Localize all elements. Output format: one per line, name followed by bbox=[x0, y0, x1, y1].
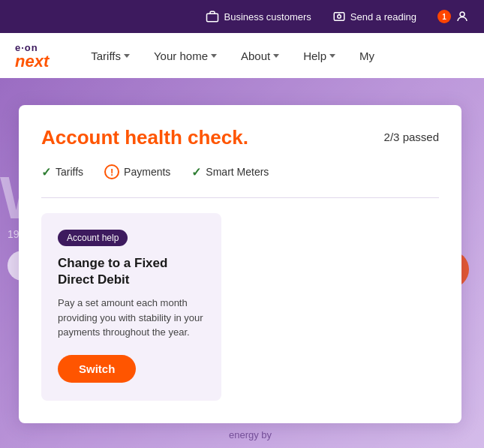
send-reading-label: Send a reading bbox=[350, 11, 416, 23]
about-label: About bbox=[241, 50, 270, 62]
svg-point-3 bbox=[460, 12, 464, 17]
nav-items: Tariffs Your home About Help My bbox=[79, 33, 469, 78]
modal-divider bbox=[41, 197, 439, 198]
health-check-modal: Account health check. 2/3 passed ✓ Tarif… bbox=[19, 105, 461, 423]
tariffs-chevron-icon bbox=[124, 54, 130, 58]
check-smart-meters-label: Smart Meters bbox=[206, 166, 269, 178]
switch-button[interactable]: Switch bbox=[58, 355, 136, 383]
nav-tariffs[interactable]: Tariffs bbox=[79, 33, 142, 78]
nav-help[interactable]: Help bbox=[291, 33, 347, 78]
modal-header: Account health check. 2/3 passed bbox=[41, 126, 439, 149]
nav-bar: e·on next Tariffs Your home About Help M… bbox=[0, 33, 484, 78]
check-tariffs: ✓ Tariffs bbox=[41, 165, 83, 179]
notification-badge: 1 bbox=[437, 10, 451, 23]
nav-about[interactable]: About bbox=[229, 33, 291, 78]
notification-area[interactable]: 1 bbox=[437, 10, 469, 23]
nav-your-home[interactable]: Your home bbox=[142, 33, 229, 78]
modal-passed: 2/3 passed bbox=[384, 126, 439, 143]
account-icon bbox=[455, 10, 469, 23]
send-reading-link[interactable]: Send a reading bbox=[332, 10, 416, 23]
business-customers-link[interactable]: Business customers bbox=[206, 10, 311, 23]
your-home-label: Your home bbox=[154, 50, 208, 62]
checks-row: ✓ Tariffs ! Payments ✓ Smart Meters bbox=[41, 164, 439, 179]
your-home-chevron-icon bbox=[211, 54, 217, 58]
help-chevron-icon bbox=[329, 54, 335, 58]
check-payments: ! Payments bbox=[104, 164, 170, 179]
check-smart-meters-icon: ✓ bbox=[191, 165, 201, 179]
check-tariffs-icon: ✓ bbox=[41, 165, 51, 179]
top-bar: Business customers Send a reading 1 bbox=[0, 0, 484, 33]
logo[interactable]: e·on next bbox=[15, 42, 49, 70]
check-smart-meters: ✓ Smart Meters bbox=[191, 165, 269, 179]
meter-icon bbox=[332, 10, 346, 23]
nav-my[interactable]: My bbox=[347, 33, 386, 78]
logo-next: next bbox=[15, 53, 49, 70]
check-payments-label: Payments bbox=[124, 166, 170, 178]
svg-rect-0 bbox=[207, 14, 218, 22]
about-chevron-icon bbox=[273, 54, 279, 58]
tariffs-label: Tariffs bbox=[91, 50, 121, 62]
briefcase-icon bbox=[206, 10, 219, 23]
card-badge: Account help bbox=[58, 230, 128, 246]
check-tariffs-label: Tariffs bbox=[56, 166, 83, 178]
svg-point-2 bbox=[338, 15, 341, 19]
modal-title: Account health check. bbox=[41, 126, 248, 149]
card-description: Pay a set amount each month providing yo… bbox=[58, 296, 205, 340]
info-card: Account help Change to a Fixed Direct De… bbox=[41, 213, 221, 401]
my-label: My bbox=[359, 50, 374, 62]
business-customers-label: Business customers bbox=[224, 11, 311, 23]
card-title: Change to a Fixed Direct Debit bbox=[58, 255, 205, 288]
help-label: Help bbox=[303, 50, 326, 62]
check-payments-icon: ! bbox=[104, 164, 119, 179]
